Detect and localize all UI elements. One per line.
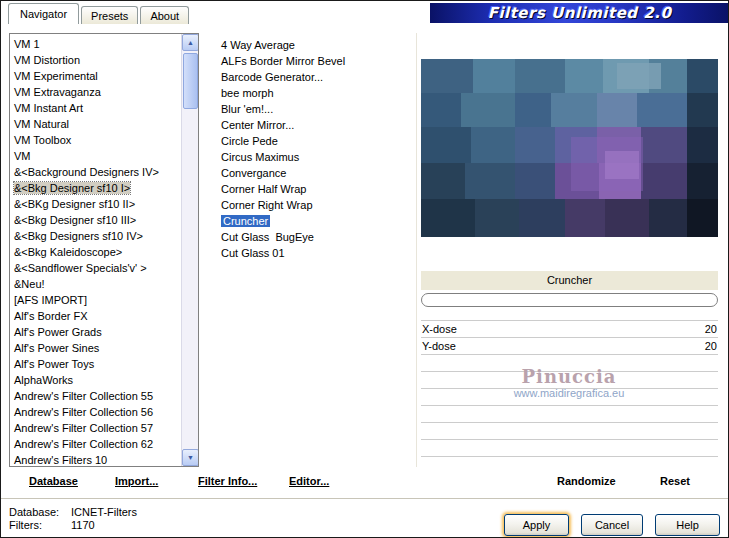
list-item[interactable]: Cut Glass 01 [217,245,413,261]
list-item[interactable]: VM Experimental [10,68,180,84]
list-item[interactable]: Convergance [217,165,413,181]
scroll-down-icon[interactable]: ▼ [182,449,199,466]
x-dose-value: 20 [705,323,717,335]
list-item[interactable]: &Neu! [10,276,180,292]
database-button[interactable]: Database [29,475,78,487]
list-item[interactable]: &<Sandflower Specials'v' > [10,260,180,276]
slider-rows: X-dose 20 Y-dose 20 [421,320,718,457]
x-dose-label: X-dose [422,323,457,335]
slider-row-empty [421,389,718,406]
list-item[interactable]: Corner Right Wrap [217,197,413,213]
preview-panel: Cruncher X-dose 20 Y-dose 20 Pinuccia ww… [416,33,721,467]
help-button[interactable]: Help [655,514,720,536]
list-item[interactable]: Cruncher [217,213,413,229]
separator-line [1,498,729,500]
list-item[interactable]: Andrew's Filter Collection 55 [10,388,180,404]
x-dose-slider[interactable]: X-dose 20 [421,321,718,338]
slider-row-empty [421,406,718,423]
import-button[interactable]: Import... [115,475,158,487]
bottom-toolbar: Database Import... Filter Info... Editor… [1,475,729,493]
app-title: Filters Unlimited 2.0 [488,4,672,22]
filters-unlimited-window: Navigator Presets About Filters Unlimite… [0,0,729,538]
list-item[interactable]: VM 1 [10,36,180,52]
list-item[interactable]: Corner Half Wrap [217,181,413,197]
list-item[interactable]: Circus Maximus [217,149,413,165]
database-status-value: ICNET-Filters [71,506,137,518]
progress-bar [421,293,718,307]
app-title-banner: Filters Unlimited 2.0 [430,3,729,23]
list-item[interactable]: Barcode Generator... [217,69,413,85]
list-item[interactable]: Andrew's Filter Collection 57 [10,420,180,436]
list-item[interactable]: VM [10,148,180,164]
database-status-label: Database: [9,506,59,518]
list-item[interactable]: VM Toolbox [10,132,180,148]
tab-strip: Navigator Presets About [8,3,191,24]
filters-count-label: Filters: [9,519,42,531]
filter-info-button[interactable]: Filter Info... [198,475,257,487]
slider-row-empty [421,440,718,457]
apply-button[interactable]: Apply [504,514,569,536]
list-item[interactable]: VM Extravaganza [10,84,180,100]
slider-row-empty [421,372,718,389]
list-item[interactable]: Alf's Power Grads [10,324,180,340]
list-item[interactable]: Center Mirror... [217,117,413,133]
list-item[interactable]: VM Distortion [10,52,180,68]
list-item[interactable]: &<Bkg Designers sf10 IV> [10,228,180,244]
category-listbox: ▲ ▼ VM 1VM DistortionVM ExperimentalVM E… [9,33,199,467]
y-dose-slider[interactable]: Y-dose 20 [421,338,718,355]
scroll-up-icon[interactable]: ▲ [182,34,199,51]
list-item[interactable]: Andrew's Filter Collection 56 [10,404,180,420]
list-item[interactable]: [AFS IMPORT] [10,292,180,308]
tab-presets[interactable]: Presets [81,6,138,24]
preview-image [421,59,718,237]
list-item[interactable]: &<Bkg Designer sf10 I> [10,180,180,196]
filters-count-value: 1170 [71,519,95,531]
list-item[interactable]: VM Natural [10,116,180,132]
list-item[interactable]: Blur 'em!... [217,101,413,117]
list-item[interactable]: Andrew's Filters 10 [10,452,180,467]
list-item[interactable]: Alf's Border FX [10,308,180,324]
list-item[interactable]: &<BKg Designer sf10 II> [10,196,180,212]
list-item[interactable]: Cut Glass BugEye [217,229,413,245]
scrollbar-thumb[interactable] [183,53,198,109]
list-item[interactable]: 4 Way Average [217,37,413,53]
cancel-button[interactable]: Cancel [581,514,643,536]
y-dose-value: 20 [705,340,717,352]
list-item[interactable]: ALFs Border Mirror Bevel [217,53,413,69]
list-item[interactable]: Andrew's Filter Collection 62 [10,436,180,452]
list-item[interactable]: &<Background Designers IV> [10,164,180,180]
slider-row-empty [421,355,718,372]
slider-row-empty [421,423,718,440]
list-item[interactable]: Circle Pede [217,133,413,149]
tab-about[interactable]: About [140,6,189,24]
active-filter-name: Cruncher [421,271,718,290]
list-item[interactable]: &<Bkg Kaleidoscope> [10,244,180,260]
category-scrollbar[interactable]: ▲ ▼ [181,34,198,466]
list-item[interactable]: AlphaWorks [10,372,180,388]
list-item[interactable]: VM Instant Art [10,100,180,116]
list-item[interactable]: bee morph [217,85,413,101]
reset-button[interactable]: Reset [660,475,690,487]
list-item[interactable]: Alf's Power Sines [10,340,180,356]
tab-navigator[interactable]: Navigator [8,3,79,24]
filter-listbox: 4 Way AverageALFs Border Mirror BevelBar… [217,35,413,467]
list-item[interactable]: &<Bkg Designer sf10 III> [10,212,180,228]
list-item[interactable]: Alf's Power Toys [10,356,180,372]
randomize-button[interactable]: Randomize [557,475,616,487]
y-dose-label: Y-dose [422,340,456,352]
editor-button[interactable]: Editor... [289,475,329,487]
